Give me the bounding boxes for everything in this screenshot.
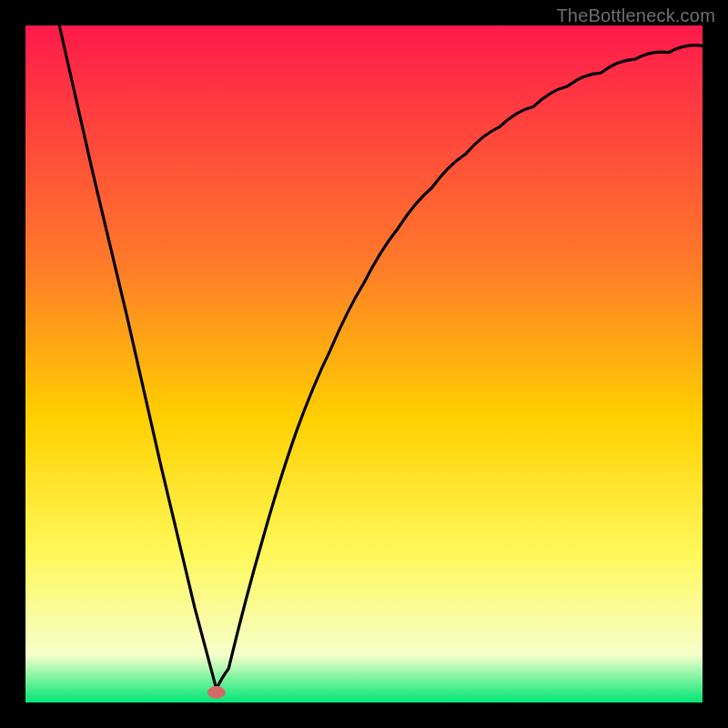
gradient-background (25, 25, 703, 703)
optimum-marker (207, 686, 226, 699)
watermark-text: TheBottleneck.com (556, 5, 715, 26)
chart-frame: TheBottleneck.com (0, 0, 728, 728)
plot-area (25, 25, 703, 703)
bottleneck-chart (25, 25, 703, 703)
